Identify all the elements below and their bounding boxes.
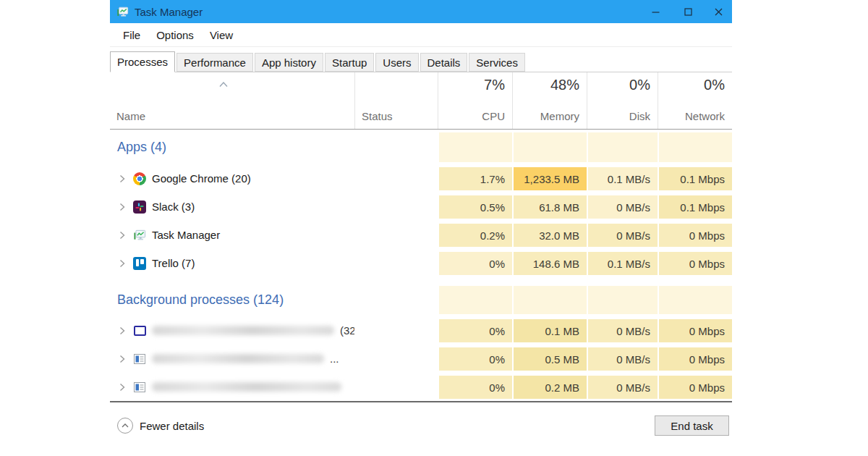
tab-bar: Processes Performance App history Startu… bbox=[110, 47, 732, 72]
status-cell bbox=[354, 345, 438, 373]
network-cell: 0 Mbps bbox=[658, 345, 732, 373]
disk-cell: 0 MB/s bbox=[587, 316, 658, 345]
cpu-cell: 0% bbox=[438, 345, 512, 373]
tab-processes[interactable]: Processes bbox=[110, 51, 175, 72]
network-cell: 0 Mbps bbox=[658, 316, 732, 345]
disk-cell: 0.1 MB/s bbox=[587, 164, 658, 193]
memory-total-percent: 48% bbox=[550, 77, 579, 93]
tab-services[interactable]: Services bbox=[469, 53, 525, 72]
blurred-process-name bbox=[152, 382, 341, 392]
tab-users[interactable]: Users bbox=[375, 53, 418, 72]
memory-column-label: Memory bbox=[540, 110, 579, 122]
column-header-cpu[interactable]: 7% CPU bbox=[438, 72, 512, 129]
expand-chevron-icon[interactable] bbox=[117, 383, 127, 392]
cpu-cell: 0.2% bbox=[438, 221, 512, 249]
status-cell bbox=[354, 193, 438, 221]
tab-app-history[interactable]: App history bbox=[255, 53, 323, 72]
memory-cell: 61.8 MB bbox=[512, 193, 587, 221]
column-header-name[interactable]: Name bbox=[110, 72, 354, 129]
cpu-cell: 0% bbox=[438, 249, 512, 277]
table-row-background-3[interactable]: 0% 0.2 MB 0 MB/s 0 Mbps bbox=[110, 373, 732, 401]
close-button[interactable] bbox=[705, 0, 732, 23]
end-task-button[interactable]: End task bbox=[655, 415, 729, 436]
process-name: Trello (7) bbox=[152, 257, 195, 269]
memory-cell: 32.0 MB bbox=[512, 221, 587, 249]
menu-options[interactable]: Options bbox=[148, 25, 202, 45]
network-cell: 0.1 Mbps bbox=[658, 164, 732, 193]
memory-cell: 1,233.5 MB bbox=[512, 164, 587, 193]
network-cell: 0 Mbps bbox=[658, 373, 732, 401]
cpu-cell: 1.7% bbox=[438, 164, 512, 193]
memory-cell: 148.6 MB bbox=[512, 249, 587, 277]
title-bar[interactable]: Task Manager bbox=[110, 0, 732, 23]
column-header-disk[interactable]: 0% Disk bbox=[587, 72, 658, 129]
expand-chevron-icon[interactable] bbox=[117, 203, 127, 211]
tab-startup[interactable]: Startup bbox=[325, 53, 374, 72]
process-name: Slack (3) bbox=[152, 200, 195, 213]
chevron-up-circle-icon bbox=[117, 418, 133, 434]
table-row-trello[interactable]: Trello (7) 0% 148.6 MB 0.1 MB/s 0 Mbps bbox=[110, 249, 732, 277]
footer-bar: Fewer details End task bbox=[110, 402, 732, 449]
group-header-apps[interactable]: Apps (4) bbox=[110, 130, 732, 164]
process-name: Google Chrome (20) bbox=[152, 172, 251, 185]
apps-group-label: Apps (4) bbox=[117, 140, 166, 155]
task-manager-window: Task Manager File Options View Processes… bbox=[110, 0, 732, 447]
task-manager-icon bbox=[133, 229, 146, 242]
group-header-background-processes[interactable]: Background processes (124) bbox=[110, 283, 732, 316]
column-header-network[interactable]: 0% Network bbox=[658, 72, 732, 129]
cpu-total-percent: 7% bbox=[484, 77, 505, 93]
column-header-memory[interactable]: 48% Memory bbox=[512, 72, 587, 129]
network-column-label: Network bbox=[685, 110, 725, 122]
status-cell bbox=[354, 249, 438, 277]
column-header-row: Name Status 7% CPU 48% Memory 0% Disk 0%… bbox=[110, 72, 732, 130]
expand-chevron-icon[interactable] bbox=[117, 231, 127, 240]
background-group-label: Background processes (124) bbox=[117, 292, 284, 308]
menu-view[interactable]: View bbox=[202, 25, 241, 45]
table-row-task-manager[interactable]: Task Manager 0.2% 32.0 MB 0 MB/s 0 Mbps bbox=[110, 221, 732, 249]
maximize-button[interactable] bbox=[672, 0, 705, 23]
cpu-cell: 0% bbox=[438, 373, 512, 401]
process-name-suffix: ... bbox=[330, 352, 339, 365]
tab-details[interactable]: Details bbox=[420, 53, 468, 72]
generic-window-icon bbox=[133, 324, 146, 337]
expand-chevron-icon[interactable] bbox=[117, 259, 127, 268]
disk-cell: 0 MB/s bbox=[587, 345, 658, 373]
table-row-slack[interactable]: Slack (3) 0.5% 61.8 MB 0 MB/s 0.1 Mbps bbox=[110, 193, 732, 221]
table-row-google-chrome[interactable]: Google Chrome (20) 1.7% 1,233.5 MB 0.1 M… bbox=[110, 164, 732, 193]
sort-ascending-icon bbox=[218, 77, 229, 90]
window-controls bbox=[639, 0, 732, 23]
menu-file[interactable]: File bbox=[115, 25, 148, 45]
cpu-column-label: CPU bbox=[482, 110, 505, 122]
table-row-background-2[interactable]: ... 0% 0.5 MB 0 MB/s 0 Mbps bbox=[110, 345, 732, 373]
column-header-status[interactable]: Status bbox=[354, 72, 438, 129]
blurred-process-name bbox=[152, 354, 324, 363]
memory-cell: 0.5 MB bbox=[512, 345, 587, 373]
name-column-label: Name bbox=[116, 110, 145, 122]
disk-cell: 0 MB/s bbox=[587, 373, 658, 401]
minimize-button[interactable] bbox=[639, 0, 672, 23]
process-name-suffix: (32 ... bbox=[340, 324, 354, 337]
disk-cell: 0 MB/s bbox=[587, 193, 658, 221]
status-cell bbox=[354, 316, 438, 345]
slack-icon bbox=[133, 200, 146, 214]
memory-cell: 0.2 MB bbox=[512, 373, 587, 401]
expand-chevron-icon[interactable] bbox=[117, 174, 127, 183]
task-manager-app-icon bbox=[116, 5, 129, 18]
fewer-details-button[interactable]: Fewer details bbox=[117, 418, 204, 434]
chrome-icon bbox=[133, 172, 146, 185]
cpu-cell: 0.5% bbox=[438, 193, 512, 221]
menu-bar: File Options View bbox=[110, 23, 732, 47]
generic-app-icon bbox=[133, 352, 146, 366]
status-cell bbox=[354, 221, 438, 249]
status-cell bbox=[354, 164, 438, 193]
cpu-cell: 0% bbox=[438, 316, 512, 345]
trello-icon bbox=[133, 257, 146, 270]
tab-performance[interactable]: Performance bbox=[176, 53, 253, 72]
table-row-background-1[interactable]: (32 ... 0% 0.1 MB 0 MB/s 0 Mbps bbox=[110, 316, 732, 345]
process-name: Task Manager bbox=[152, 229, 220, 241]
fewer-details-label: Fewer details bbox=[140, 420, 204, 432]
expand-chevron-icon[interactable] bbox=[117, 326, 127, 335]
network-cell: 0 Mbps bbox=[658, 221, 732, 249]
memory-cell: 0.1 MB bbox=[512, 316, 587, 345]
expand-chevron-icon[interactable] bbox=[117, 355, 127, 363]
